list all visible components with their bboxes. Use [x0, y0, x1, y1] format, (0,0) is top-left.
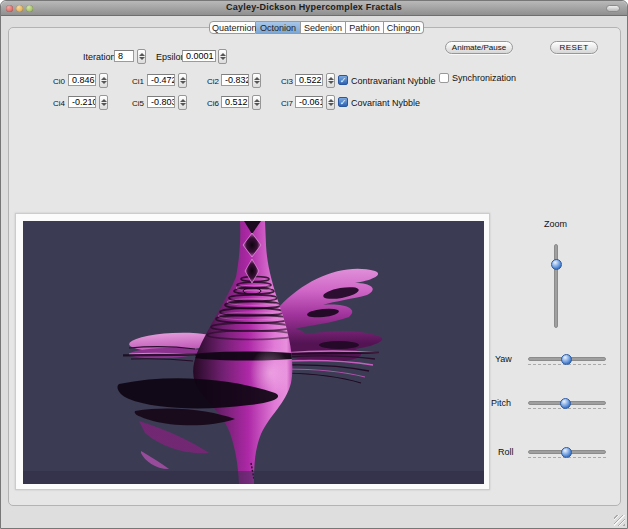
ci1-input[interactable] [147, 74, 175, 86]
ci4-stepper[interactable] [99, 95, 108, 110]
tab-chingon[interactable]: Chingon [384, 21, 424, 34]
fractal-type-tabs: Quaternion Octonion Sedenion Pathion Chi… [209, 21, 424, 34]
yaw-slider-label: Yaw [495, 354, 512, 364]
ci6-label: Ci6 [207, 99, 219, 108]
ci7-label: Ci7 [281, 99, 293, 108]
synchronization-checkbox[interactable] [439, 73, 449, 83]
iterations-stepper[interactable] [137, 49, 146, 64]
ci6-stepper[interactable] [252, 95, 261, 110]
title-bar: Cayley-Dickson Hypercomplex Fractals [1, 1, 627, 16]
ci0-label: Ci0 [53, 77, 65, 86]
tab-pathion[interactable]: Pathion [346, 21, 384, 34]
epsilon-input[interactable] [182, 50, 216, 62]
reset-button[interactable]: RESET [550, 41, 598, 54]
yaw-slider-thumb[interactable] [561, 354, 572, 365]
check-icon: ✓ [340, 76, 347, 85]
tab-sedenion[interactable]: Sedenion [301, 21, 346, 34]
ci7-input[interactable] [295, 96, 323, 108]
epsilon-stepper[interactable] [218, 49, 227, 64]
covariant-label: Covariant Nybble [351, 98, 420, 108]
ci4-label: Ci4 [53, 99, 65, 108]
pitch-slider-label: Pitch [491, 398, 511, 408]
ci5-stepper[interactable] [178, 95, 187, 110]
ci3-stepper[interactable] [326, 73, 335, 88]
window-title: Cayley-Dickson Hypercomplex Fractals [1, 2, 627, 12]
ci0-input[interactable] [68, 74, 96, 86]
ci5-label: Ci5 [132, 99, 144, 108]
roll-slider-label: Roll [498, 447, 514, 457]
fractal-render [23, 221, 484, 484]
ci2-label: Ci2 [207, 77, 219, 86]
app-window: Cayley-Dickson Hypercomplex Fractals Qua… [0, 0, 628, 529]
ci1-stepper[interactable] [178, 73, 187, 88]
contravariant-label: Contravariant Nybble [351, 76, 436, 86]
ci3-input[interactable] [295, 74, 323, 86]
pitch-slider-thumb[interactable] [560, 398, 571, 409]
iterations-input[interactable] [114, 50, 134, 62]
zoom-slider-label: Zoom [544, 219, 567, 229]
ci6-input[interactable] [221, 96, 249, 108]
ci1-label: Ci1 [132, 77, 144, 86]
toolbar-toggle-button[interactable] [606, 5, 620, 12]
ci4-input[interactable] [68, 96, 96, 108]
ci2-input[interactable] [221, 74, 249, 86]
zoom-slider-track[interactable] [554, 244, 558, 328]
covariant-checkbox[interactable]: ✓ [338, 97, 348, 107]
synchronization-label: Synchronization [452, 73, 516, 83]
ci3-label: Ci3 [281, 77, 293, 86]
render-frame [15, 213, 490, 490]
ci2-stepper[interactable] [252, 73, 261, 88]
resize-grip-icon[interactable] [614, 515, 625, 526]
contravariant-checkbox[interactable]: ✓ [338, 75, 348, 85]
ci7-stepper[interactable] [326, 95, 335, 110]
tab-octonion[interactable]: Octonion [256, 21, 301, 34]
zoom-slider-thumb[interactable] [551, 259, 562, 270]
ci5-input[interactable] [147, 96, 175, 108]
roll-slider-thumb[interactable] [561, 447, 572, 458]
check-icon: ✓ [340, 98, 347, 107]
ci0-stepper[interactable] [99, 73, 108, 88]
fractal-viewport[interactable] [23, 221, 484, 484]
tab-quaternion[interactable]: Quaternion [209, 21, 256, 34]
animate-pause-button[interactable]: Animate/Pause [445, 41, 513, 54]
